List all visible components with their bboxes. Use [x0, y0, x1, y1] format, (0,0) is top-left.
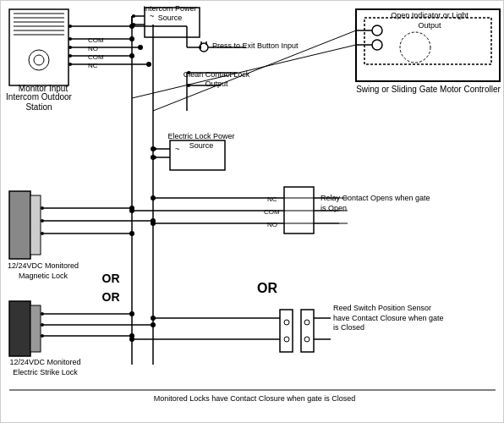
- svg-point-69: [41, 232, 44, 235]
- svg-rect-63: [30, 195, 41, 255]
- svg-rect-110: [301, 310, 314, 352]
- monitored-locks-label: Monitored Locks have Contact Closure whe…: [111, 394, 398, 404]
- electric-lock-power-label: Electric Lock Power Source: [167, 132, 235, 151]
- intercom-outdoor-label: Intercom Outdoor Station: [5, 92, 73, 113]
- svg-text:NC: NC: [88, 62, 98, 69]
- svg-point-42: [129, 53, 134, 58]
- wiring-diagram: COM NO COM NC ~: [0, 0, 504, 423]
- svg-text:NC: NC: [267, 195, 277, 203]
- svg-rect-0: [9, 9, 68, 85]
- svg-point-81: [41, 323, 44, 327]
- svg-point-122: [129, 337, 134, 342]
- or-center-label: OR: [250, 280, 284, 296]
- svg-point-75: [129, 231, 134, 236]
- svg-point-87: [151, 322, 156, 327]
- or-bottom-label: OR: [98, 290, 123, 305]
- svg-rect-109: [280, 310, 293, 352]
- press-exit-label: Press to Exit Button Input: [212, 41, 322, 51]
- svg-text:COM: COM: [264, 208, 280, 216]
- or-top-label: OR: [98, 272, 123, 286]
- svg-point-12: [68, 37, 72, 41]
- svg-point-106: [129, 208, 134, 213]
- svg-point-79: [41, 312, 44, 316]
- svg-rect-76: [9, 301, 30, 356]
- motor-controller-label: Swing or Sliding Gate Motor Controller: [354, 84, 502, 95]
- svg-point-60: [151, 146, 156, 151]
- svg-point-116: [284, 337, 289, 342]
- svg-point-18: [68, 63, 72, 66]
- intercom-power-label: Intercom Power Source: [140, 4, 200, 23]
- relay-contact-label: Relay Contact Opens when gate is Open: [320, 194, 430, 213]
- svg-rect-62: [9, 191, 30, 259]
- svg-point-38: [129, 36, 134, 41]
- svg-point-7: [29, 50, 49, 70]
- clean-contact-label: Clean Contact Lock Output: [174, 70, 259, 89]
- magnetic-lock-label: 12/24VDC Monitored Magnetic Lock: [5, 261, 81, 281]
- electric-strike-label: 12/24VDC Monitored Electric Strike Lock: [5, 358, 85, 377]
- svg-text:COM: COM: [88, 36, 104, 44]
- svg-point-85: [129, 311, 134, 316]
- svg-point-40: [138, 45, 143, 50]
- svg-point-16: [68, 54, 72, 58]
- svg-point-104: [151, 195, 156, 201]
- svg-point-120: [151, 316, 156, 321]
- svg-point-126: [372, 40, 382, 50]
- svg-point-127: [400, 32, 430, 63]
- svg-text:NO: NO: [88, 45, 98, 52]
- svg-point-65: [41, 206, 44, 210]
- svg-point-61: [151, 155, 156, 160]
- svg-point-14: [68, 46, 72, 49]
- svg-text:COM: COM: [88, 53, 104, 61]
- svg-point-8: [34, 55, 44, 65]
- svg-point-118: [304, 337, 310, 342]
- svg-point-117: [304, 320, 310, 325]
- svg-point-67: [41, 219, 44, 222]
- reed-switch-label: Reed Switch Position Sensor have Contact…: [333, 304, 447, 333]
- svg-text:NO: NO: [267, 221, 277, 228]
- svg-point-44: [146, 62, 151, 67]
- svg-point-108: [151, 221, 156, 226]
- svg-point-115: [284, 320, 289, 325]
- svg-point-10: [68, 25, 72, 28]
- svg-rect-77: [30, 305, 41, 352]
- svg-point-83: [41, 334, 44, 338]
- open-indicator-label: Open Indicator or Light Output: [379, 11, 480, 30]
